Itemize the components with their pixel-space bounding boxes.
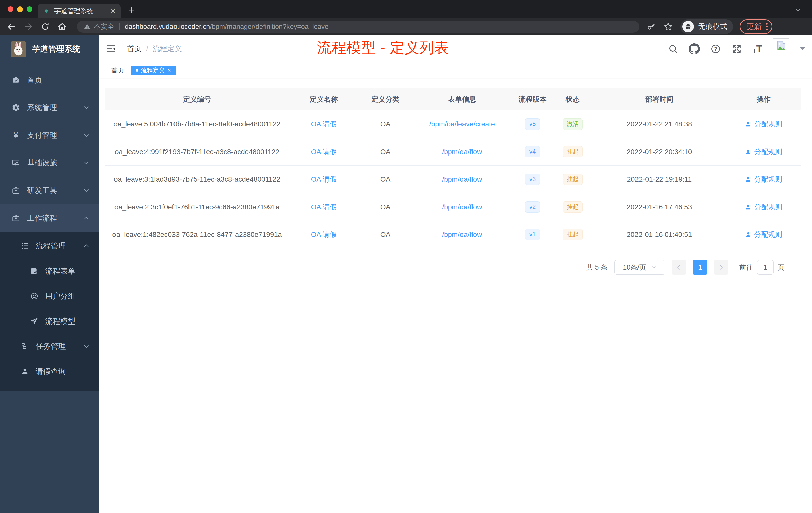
version-badge: v1 bbox=[525, 229, 540, 240]
new-tab-button[interactable]: + bbox=[128, 3, 135, 17]
breadcrumb-home[interactable]: 首页 bbox=[127, 44, 142, 54]
forward-icon[interactable] bbox=[24, 22, 33, 31]
version-badge: v3 bbox=[525, 174, 540, 185]
browser-menu-dots-icon[interactable] bbox=[766, 23, 767, 30]
tab-search-chevron-icon[interactable] bbox=[794, 6, 802, 13]
app-logo-avatar bbox=[10, 41, 26, 57]
tag-close-icon[interactable]: × bbox=[168, 67, 171, 73]
url-path: /bpm/manager/definition?key=oa_leave bbox=[210, 23, 328, 31]
sidebar-item-label: 请假查询 bbox=[36, 366, 66, 377]
pagination: 共 5 条 10条/页 1 前往 1 页 bbox=[586, 260, 784, 275]
prev-page-button[interactable] bbox=[672, 260, 686, 275]
form-link[interactable]: /bpm/oa/flow bbox=[442, 231, 482, 238]
monitor-chart-icon bbox=[11, 159, 21, 167]
column-header: 流程版本 bbox=[512, 95, 553, 104]
table-row: oa_leave:1:482ec033-762a-11ec-8477-a2380… bbox=[106, 221, 801, 248]
assign-user-icon bbox=[745, 204, 752, 210]
definition-table: 定义编号 定义名称 定义分类 表单信息 流程版本 状态 部署时间 操作 oa_l… bbox=[106, 88, 801, 248]
definition-name-link[interactable]: OA 请假 bbox=[311, 175, 337, 183]
sidebar-item-process-model[interactable]: 流程模型 bbox=[0, 309, 99, 334]
page-content: 定义编号 定义名称 定义分类 表单信息 流程版本 状态 部署时间 操作 oa_l… bbox=[99, 78, 812, 513]
briefcase-icon bbox=[11, 214, 21, 222]
url-host: dashboard.yudao.iocoder.cn bbox=[125, 23, 210, 31]
hamburger-icon[interactable] bbox=[106, 44, 116, 54]
window-zoom-button[interactable] bbox=[27, 6, 32, 12]
home-icon[interactable] bbox=[57, 22, 67, 31]
assign-rule-button[interactable]: 分配规则 bbox=[754, 119, 782, 129]
page-number-button[interactable]: 1 bbox=[693, 260, 707, 275]
sidebar-menu: 首页 系统管理 ¥ 支付管理 基础设施 研发工具 bbox=[0, 66, 99, 391]
assign-rule-button[interactable]: 分配规则 bbox=[754, 230, 782, 239]
sidebar-item-system[interactable]: 系统管理 bbox=[0, 94, 99, 121]
definition-id: oa_leave:3:1fad3d93-7b75-11ec-a3c8-acde4… bbox=[106, 175, 289, 183]
browser-update-button[interactable]: 更新 bbox=[740, 19, 772, 34]
definition-name-link[interactable]: OA 请假 bbox=[311, 203, 337, 211]
fullscreen-icon[interactable] bbox=[731, 44, 742, 54]
list-icon bbox=[20, 242, 30, 250]
toolbox-icon bbox=[11, 186, 21, 195]
form-link[interactable]: /bpm/oa/flow bbox=[442, 148, 482, 156]
dashboard-icon bbox=[11, 76, 21, 84]
next-page-button[interactable] bbox=[714, 260, 728, 275]
avatar-caret-icon[interactable] bbox=[800, 47, 806, 51]
definition-name-link[interactable]: OA 请假 bbox=[311, 148, 337, 156]
sidebar-item-leave-query[interactable]: 请假查询 bbox=[0, 359, 99, 384]
form-link[interactable]: /bpm/oa/flow bbox=[442, 175, 482, 183]
reload-icon[interactable] bbox=[41, 22, 50, 31]
sidebar-item-home[interactable]: 首页 bbox=[0, 66, 99, 94]
column-header: 定义名称 bbox=[289, 95, 359, 104]
sidebar-item-process-form[interactable]: 流程表单 bbox=[0, 259, 99, 283]
tag-process-definition[interactable]: 流程定义 × bbox=[131, 65, 175, 75]
github-icon[interactable] bbox=[689, 43, 700, 55]
back-icon[interactable] bbox=[6, 22, 16, 31]
sidebar-item-user-group[interactable]: 用户分组 bbox=[0, 283, 99, 309]
not-secure-warning-icon bbox=[83, 23, 91, 30]
assign-rule-button[interactable]: 分配规则 bbox=[754, 147, 782, 157]
sidebar-item-label: 用户分组 bbox=[45, 291, 75, 301]
assign-rule-button[interactable]: 分配规则 bbox=[754, 175, 782, 184]
font-size-icon[interactable]: TT bbox=[753, 44, 762, 54]
breadcrumb-current: 流程定义 bbox=[153, 44, 182, 54]
paper-plane-icon bbox=[30, 317, 39, 326]
goto-page-input[interactable]: 1 bbox=[757, 260, 774, 275]
sidebar-item-workflow[interactable]: 工作流程 bbox=[0, 204, 99, 232]
browser-toolbar: 不安全 dashboard.yudao.iocoder.cn/bpm/manag… bbox=[0, 18, 812, 35]
definition-name-link[interactable]: OA 请假 bbox=[311, 120, 337, 128]
search-icon[interactable] bbox=[668, 44, 678, 54]
table-row: oa_leave:2:3c1f0ef1-76b1-11ec-9c66-a2380… bbox=[106, 193, 801, 221]
user-icon bbox=[20, 367, 30, 375]
help-question-icon[interactable]: ? bbox=[710, 44, 721, 54]
version-badge: v2 bbox=[525, 201, 540, 212]
form-link[interactable]: /bpm/oa/flow bbox=[442, 203, 482, 211]
form-link[interactable]: /bpm/oa/leave/create bbox=[429, 120, 495, 128]
sidebar-item-process-management[interactable]: 流程管理 bbox=[0, 233, 99, 259]
assign-rule-button[interactable]: 分配规则 bbox=[754, 202, 782, 212]
version-badge: v5 bbox=[525, 118, 540, 129]
page-size-select[interactable]: 10条/页 bbox=[614, 260, 665, 275]
definition-category: OA bbox=[359, 148, 412, 156]
incognito-icon bbox=[683, 21, 694, 32]
favicon-plant-icon bbox=[43, 7, 50, 14]
face-icon bbox=[30, 292, 39, 300]
sidebar-item-task-management[interactable]: 任务管理 bbox=[0, 334, 99, 359]
sidebar-item-devtools[interactable]: 研发工具 bbox=[0, 177, 99, 204]
header-actions: ? TT bbox=[668, 38, 806, 59]
security-label[interactable]: 不安全 bbox=[94, 22, 114, 31]
definition-name-link[interactable]: OA 请假 bbox=[311, 231, 337, 238]
assign-user-icon bbox=[745, 121, 752, 127]
browser-tab[interactable]: 芋道管理系统 × bbox=[38, 3, 120, 18]
sidebar-item-infrastructure[interactable]: 基础设施 bbox=[0, 149, 99, 177]
password-key-icon[interactable] bbox=[647, 22, 656, 31]
definition-category: OA bbox=[359, 231, 412, 239]
window-minimize-button[interactable] bbox=[17, 6, 23, 12]
column-header: 表单信息 bbox=[412, 95, 512, 104]
avatar[interactable] bbox=[773, 38, 789, 59]
tag-home[interactable]: 首页 bbox=[107, 65, 128, 75]
window-close-button[interactable] bbox=[7, 6, 13, 12]
app-logo-row: 芋道管理系统 bbox=[0, 35, 99, 63]
sidebar-item-payment[interactable]: ¥ 支付管理 bbox=[0, 121, 99, 149]
assign-user-icon bbox=[745, 149, 752, 155]
tab-close-icon[interactable]: × bbox=[111, 7, 116, 15]
address-bar[interactable]: 不安全 dashboard.yudao.iocoder.cn/bpm/manag… bbox=[77, 21, 639, 33]
bookmark-star-icon[interactable] bbox=[663, 22, 673, 31]
